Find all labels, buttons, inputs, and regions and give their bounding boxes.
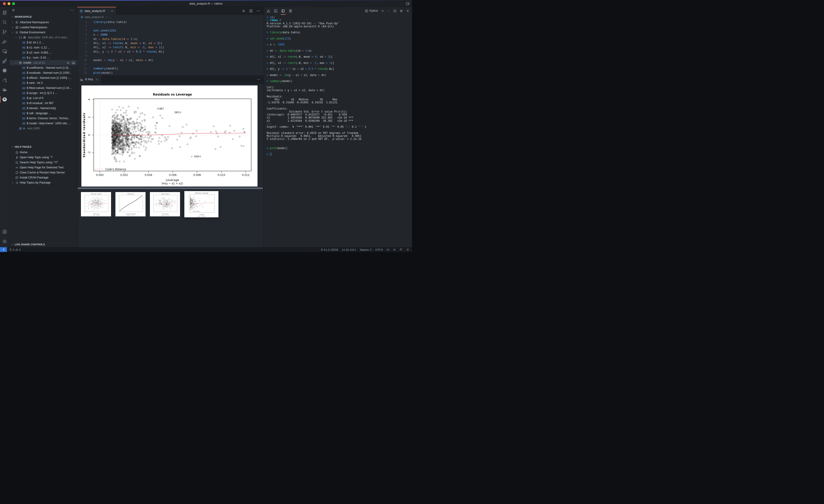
- tree-item-y-num-3-33[interactable]: $ y : num -3.33 ...: [9, 55, 77, 60]
- problems-icon[interactable]: [267, 9, 270, 13]
- activity-item-docker[interactable]: [0, 85, 9, 95]
- tree-item-id-int-1-2[interactable]: $ id: int 1 2 ...: [9, 40, 77, 45]
- terminal-icon[interactable]: [281, 9, 285, 13]
- code-line-1[interactable]: 1library(data.table): [77, 20, 264, 24]
- activity-item-live-share[interactable]: [0, 75, 9, 85]
- activity-item-settings[interactable]: [0, 237, 9, 246]
- activity-item-extensions[interactable]: [0, 56, 9, 66]
- code-line-9[interactable]: 9: [77, 54, 264, 58]
- close-tab-icon[interactable]: [95, 78, 98, 81]
- tree-item-x1-num-1-12[interactable]: $ x1: num -1.12 ...: [9, 45, 77, 50]
- code-line-7[interactable]: 7dt[, x2 := runif(.N, min = -1, max = 1)…: [77, 45, 264, 49]
- activity-item-r[interactable]: R: [0, 95, 9, 104]
- breadcrumb-file[interactable]: data_analysis.R: [85, 16, 104, 18]
- tree-item-qr-list-of-5[interactable]: $ qr :List of 5: [9, 96, 77, 101]
- code-line-5[interactable]: 5dt ← data.table(id = 1:n): [77, 37, 264, 41]
- close-panel-button[interactable]: [406, 9, 409, 13]
- activity-item-explorer[interactable]: [0, 8, 9, 17]
- tree-item-rank-int-3[interactable]: $ rank : int 3: [9, 81, 77, 86]
- status-spaces-2[interactable]: Spaces: 2: [360, 248, 371, 251]
- more-actions-icon[interactable]: [257, 78, 261, 81]
- tree-item-x2-num-0-681[interactable]: $ x2: num -0.681 ...: [9, 50, 77, 55]
- tree-item-clear-cache-restart-help-server[interactable]: Clear Cache & Restart Help Server: [9, 170, 77, 175]
- code-line-10[interactable]: 10model ← lm(y ~ x1 + x2, data = dt): [77, 58, 264, 62]
- tree-item-open-help-topic-using[interactable]: Open Help Topic using `?`: [9, 155, 77, 160]
- tree-item-model-data-frame-1000-obs[interactable]: $ model :'data.frame': 1000 obs. ...: [9, 121, 77, 126]
- tree-item-search-help-topics-using[interactable]: Search Help Topics using `??`: [9, 160, 77, 165]
- tree-item-dt[interactable]: dtdata.table: 1000 obs. of 4 varia...: [9, 35, 77, 40]
- activity-item-search[interactable]: [0, 17, 9, 27]
- help-pages-section-header[interactable]: HELP PAGES: [9, 144, 77, 150]
- plot-thumbnail-scale-location[interactable]: Scale-LocationFitted valueslm(y ~ x1 + x…: [150, 192, 180, 216]
- activity-item-github[interactable]: [0, 66, 9, 75]
- status-ln-14-col-1[interactable]: Ln 14, Col 1: [342, 248, 356, 251]
- split-terminal-button[interactable]: [393, 9, 397, 13]
- problems-status[interactable]: 0 0: [9, 248, 21, 251]
- activity-item-remote-explorer[interactable]: [0, 46, 9, 56]
- plot-thumbnail-residuals-vs-leverage[interactable]: Residuals vs LeverageLeveragelm(y ~ x1 +…: [184, 191, 218, 217]
- code-line-4[interactable]: 4n ← 1000: [77, 33, 264, 37]
- tree-item-effects-named-num-1-1000[interactable]: $ effects : Named num [1:1000] -...: [9, 75, 77, 81]
- tree-item-df-residual-int-997[interactable]: $ df.residual : int 997: [9, 101, 77, 106]
- chevron-down-icon[interactable]: [387, 9, 390, 13]
- code-line-2[interactable]: 2: [77, 24, 264, 28]
- tree-item-install-cran-package[interactable]: Install CRAN Package: [9, 175, 77, 180]
- code-line-8[interactable]: 8dt[, y := 2 * x1 + x2 + 0.5 * rnorm(.N)…: [77, 49, 264, 54]
- tree-item-assign-int-1-3-0-1[interactable]: $ assign : int [1:3] 0 1 ...: [9, 91, 77, 96]
- tree-item-n[interactable]: nnum 1000: [9, 126, 77, 131]
- status-lf[interactable]: LF: [387, 248, 390, 251]
- tree-item-help-topics-by-package[interactable]: Help Topics by Package: [9, 180, 77, 185]
- launch-profile-button[interactable]: Python: [365, 9, 378, 13]
- code-line-6[interactable]: 6dt[, x1 := rnorm(.N, mean = 0, sd = 2)]: [77, 41, 264, 45]
- plot-thumbnail-normal-q-q[interactable]: Normal Q-QTheoretical Quantileslm(y ~ x1…: [115, 192, 145, 216]
- more-actions-icon[interactable]: [256, 9, 260, 13]
- run-file-button[interactable]: [242, 9, 245, 13]
- activity-item-source-control[interactable]: [0, 27, 9, 37]
- tab-r-plot[interactable]: R Plot: [77, 76, 101, 84]
- inspect-button[interactable]: [72, 61, 75, 65]
- output-icon[interactable]: [289, 9, 292, 13]
- tree-item-model[interactable]: modelList of 12: [9, 60, 77, 65]
- tree-item-terms-classes-terms-formul[interactable]: $ terms :Classes 'terms', 'formul...: [9, 116, 77, 121]
- split-editor-button[interactable]: [249, 9, 253, 13]
- close-tab-icon[interactable]: [111, 9, 114, 13]
- tree-item-residuals-named-num-1-1000[interactable]: $ residuals : Named num [1:1000...: [9, 70, 77, 75]
- bell-icon[interactable]: [406, 248, 409, 251]
- feedback-icon[interactable]: [399, 248, 402, 251]
- tree-item-home[interactable]: Home: [9, 150, 77, 155]
- zoom-window-button[interactable]: [12, 2, 15, 5]
- tree-item-loaded-namespaces[interactable]: Loaded Namespaces: [9, 25, 77, 30]
- r-plot-canvas[interactable]: Residuals vs Leverage0.0000.0020.0040.00…: [81, 86, 258, 186]
- code-editor[interactable]: 1library(data.table)2 3set.seed(123)4n ←…: [77, 19, 264, 75]
- minimize-window-button[interactable]: [8, 2, 10, 5]
- tab-data-analysis-r[interactable]: R data_analysis.R: [77, 7, 116, 15]
- status-r-4-1-3-25159[interactable]: R 4.1.3: 25159: [321, 248, 338, 251]
- code-line-13[interactable]: 13plot(model): [77, 71, 264, 75]
- tree-item-call-language[interactable]: $ call : language ...: [9, 111, 77, 116]
- horizontal-scrollbar[interactable]: [78, 187, 263, 189]
- tree-item-global-environment[interactable]: Global Environment: [9, 30, 77, 35]
- terminal-output[interactable]: > q()→ rdemo rR version 4.1.3 (2022-03-1…: [264, 15, 412, 247]
- new-terminal-button[interactable]: [381, 9, 385, 13]
- close-window-button[interactable]: [3, 2, 6, 5]
- more-actions-icon[interactable]: [70, 8, 74, 12]
- tree-item-open-help-page-for-selected-text[interactable]: abcOpen Help Page for Selected Text: [9, 165, 77, 170]
- breadcrumb-more[interactable]: ...: [109, 16, 111, 18]
- code-line-11[interactable]: 11: [77, 62, 264, 67]
- layout-toggle-icon[interactable]: [406, 2, 410, 6]
- tree-item-xlevels-named-list[interactable]: $ xlevels : Named list(): [9, 106, 77, 111]
- plot-thumbnail-residuals-vs-fitted[interactable]: Residuals vs FittedFitted valueslm(y ~ x…: [81, 192, 111, 216]
- live-share-controls-header[interactable]: LIVE SHARE CONTROLS: [9, 242, 77, 247]
- kill-terminal-button[interactable]: [400, 9, 403, 13]
- code-line-12[interactable]: 12summary(model): [77, 67, 264, 71]
- code-line-3[interactable]: 3set.seed(123): [77, 28, 264, 33]
- tree-item-attached-namespaces[interactable]: Attached Namespaces: [9, 20, 77, 25]
- remote-indicator[interactable]: [0, 247, 7, 252]
- activity-item-account[interactable]: [0, 227, 9, 237]
- close-button[interactable]: [67, 61, 70, 65]
- status-r[interactable]: R: [394, 248, 395, 251]
- activity-item-run-debug[interactable]: [0, 37, 9, 46]
- breadcrumb[interactable]: R data_analysis.R ...: [77, 15, 264, 19]
- debug-console-icon[interactable]: [274, 9, 278, 13]
- tree-item-fitted-values-named-num-1-10[interactable]: $ fitted.values: Named num [1:10...: [9, 86, 77, 91]
